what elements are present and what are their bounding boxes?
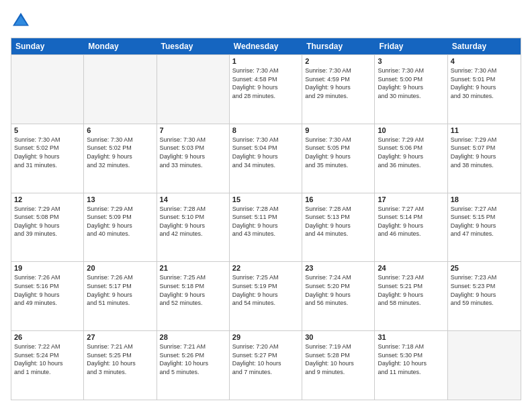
cal-cell: 20Sunrise: 7:26 AM Sunset: 5:17 PM Dayli… (84, 262, 157, 330)
cell-text: Sunrise: 7:30 AM Sunset: 5:03 PM Dayligh… (160, 136, 226, 169)
cal-cell: 27Sunrise: 7:21 AM Sunset: 5:25 PM Dayli… (84, 331, 157, 400)
cell-text: Sunrise: 7:29 AM Sunset: 5:08 PM Dayligh… (14, 205, 81, 238)
cal-cell: 30Sunrise: 7:19 AM Sunset: 5:28 PM Dayli… (302, 331, 375, 400)
cal-cell: 21Sunrise: 7:25 AM Sunset: 5:18 PM Dayli… (157, 262, 230, 330)
day-number: 3 (378, 57, 444, 65)
day-number: 7 (160, 126, 226, 134)
cal-cell: 3Sunrise: 7:30 AM Sunset: 5:00 PM Daylig… (375, 55, 447, 124)
day-number: 12 (14, 195, 81, 203)
day-number: 8 (232, 126, 299, 134)
cal-cell: 24Sunrise: 7:23 AM Sunset: 5:21 PM Dayli… (375, 262, 447, 330)
cell-text: Sunrise: 7:30 AM Sunset: 5:01 PM Dayligh… (451, 66, 518, 100)
cal-cell: 5Sunrise: 7:30 AM Sunset: 5:02 PM Daylig… (11, 124, 84, 193)
cal-cell: 16Sunrise: 7:28 AM Sunset: 5:13 PM Dayli… (302, 193, 375, 262)
cell-text: Sunrise: 7:28 AM Sunset: 5:13 PM Dayligh… (305, 205, 371, 238)
cell-text: Sunrise: 7:28 AM Sunset: 5:11 PM Dayligh… (232, 205, 299, 238)
cal-cell: 7Sunrise: 7:30 AM Sunset: 5:03 PM Daylig… (157, 124, 230, 193)
cal-header-cell: Wednesday (230, 38, 302, 54)
cell-text: Sunrise: 7:26 AM Sunset: 5:16 PM Dayligh… (14, 273, 81, 307)
day-number: 24 (378, 264, 444, 272)
cal-cell: 2Sunrise: 7:30 AM Sunset: 4:59 PM Daylig… (302, 55, 375, 124)
cal-cell: 29Sunrise: 7:20 AM Sunset: 5:27 PM Dayli… (230, 331, 302, 400)
day-number: 4 (451, 57, 518, 65)
cell-text: Sunrise: 7:24 AM Sunset: 5:20 PM Dayligh… (305, 273, 371, 307)
day-number: 10 (378, 126, 444, 134)
cal-row: 19Sunrise: 7:26 AM Sunset: 5:16 PM Dayli… (11, 261, 521, 330)
cal-row: 5Sunrise: 7:30 AM Sunset: 5:02 PM Daylig… (11, 124, 521, 193)
day-number: 20 (87, 264, 153, 272)
day-number: 11 (451, 126, 518, 134)
day-number: 26 (14, 333, 81, 341)
cal-header-cell: Sunday (11, 38, 84, 54)
day-number: 22 (232, 264, 299, 272)
cell-text: Sunrise: 7:27 AM Sunset: 5:15 PM Dayligh… (451, 205, 518, 238)
day-number: 19 (14, 264, 81, 272)
cell-text: Sunrise: 7:26 AM Sunset: 5:17 PM Dayligh… (87, 273, 153, 307)
day-number: 17 (378, 195, 444, 203)
logo-icon (11, 11, 31, 31)
cal-header-cell: Tuesday (157, 38, 230, 54)
cell-text: Sunrise: 7:23 AM Sunset: 5:21 PM Dayligh… (378, 273, 444, 307)
cal-cell: 26Sunrise: 7:22 AM Sunset: 5:24 PM Dayli… (11, 331, 84, 400)
cell-text: Sunrise: 7:30 AM Sunset: 5:00 PM Dayligh… (378, 66, 444, 100)
cell-text: Sunrise: 7:27 AM Sunset: 5:14 PM Dayligh… (378, 205, 444, 238)
cal-cell: 22Sunrise: 7:25 AM Sunset: 5:19 PM Dayli… (230, 262, 302, 330)
cal-cell: 4Sunrise: 7:30 AM Sunset: 5:01 PM Daylig… (448, 55, 521, 124)
cal-cell: 15Sunrise: 7:28 AM Sunset: 5:11 PM Dayli… (230, 193, 302, 262)
cal-cell: 13Sunrise: 7:29 AM Sunset: 5:09 PM Dayli… (84, 193, 157, 262)
cal-cell: 19Sunrise: 7:26 AM Sunset: 5:16 PM Dayli… (11, 262, 84, 330)
cell-text: Sunrise: 7:19 AM Sunset: 5:28 PM Dayligh… (305, 342, 371, 376)
day-number: 14 (160, 195, 226, 203)
cal-cell: 14Sunrise: 7:28 AM Sunset: 5:10 PM Dayli… (157, 193, 230, 262)
day-number: 28 (160, 333, 226, 341)
cell-text: Sunrise: 7:18 AM Sunset: 5:30 PM Dayligh… (378, 342, 444, 376)
cal-header-cell: Thursday (302, 38, 375, 54)
cal-cell (157, 55, 230, 124)
cal-cell: 17Sunrise: 7:27 AM Sunset: 5:14 PM Dayli… (375, 193, 447, 262)
day-number: 23 (305, 264, 371, 272)
cell-text: Sunrise: 7:29 AM Sunset: 5:07 PM Dayligh… (451, 136, 518, 169)
header (11, 11, 521, 31)
cell-text: Sunrise: 7:28 AM Sunset: 5:10 PM Dayligh… (160, 205, 226, 238)
day-number: 5 (14, 126, 81, 134)
day-number: 27 (87, 333, 153, 341)
cal-header-cell: Saturday (448, 38, 521, 54)
cal-cell: 23Sunrise: 7:24 AM Sunset: 5:20 PM Dayli… (302, 262, 375, 330)
cal-cell: 31Sunrise: 7:18 AM Sunset: 5:30 PM Dayli… (375, 331, 447, 400)
cell-text: Sunrise: 7:30 AM Sunset: 5:02 PM Dayligh… (14, 136, 81, 169)
day-number: 6 (87, 126, 153, 134)
cell-text: Sunrise: 7:21 AM Sunset: 5:25 PM Dayligh… (87, 342, 153, 376)
day-number: 16 (305, 195, 371, 203)
cal-header-cell: Monday (84, 38, 157, 54)
day-number: 25 (451, 264, 518, 272)
cal-cell (448, 331, 521, 400)
cal-cell: 6Sunrise: 7:30 AM Sunset: 5:02 PM Daylig… (84, 124, 157, 193)
cell-text: Sunrise: 7:29 AM Sunset: 5:09 PM Dayligh… (87, 205, 153, 238)
cell-text: Sunrise: 7:29 AM Sunset: 5:06 PM Dayligh… (378, 136, 444, 169)
day-number: 30 (305, 333, 371, 341)
cal-cell: 11Sunrise: 7:29 AM Sunset: 5:07 PM Dayli… (448, 124, 521, 193)
calendar: SundayMondayTuesdayWednesdayThursdayFrid… (11, 38, 521, 400)
day-number: 1 (232, 57, 299, 65)
cell-text: Sunrise: 7:30 AM Sunset: 5:02 PM Dayligh… (87, 136, 153, 169)
cell-text: Sunrise: 7:25 AM Sunset: 5:18 PM Dayligh… (160, 273, 226, 307)
cell-text: Sunrise: 7:25 AM Sunset: 5:19 PM Dayligh… (232, 273, 299, 307)
cal-cell: 9Sunrise: 7:30 AM Sunset: 5:05 PM Daylig… (302, 124, 375, 193)
cal-cell: 28Sunrise: 7:21 AM Sunset: 5:26 PM Dayli… (157, 331, 230, 400)
page: SundayMondayTuesdayWednesdayThursdayFrid… (0, 0, 532, 411)
calendar-header: SundayMondayTuesdayWednesdayThursdayFrid… (11, 38, 521, 54)
cell-text: Sunrise: 7:23 AM Sunset: 5:23 PM Dayligh… (451, 273, 518, 307)
cal-cell: 25Sunrise: 7:23 AM Sunset: 5:23 PM Dayli… (448, 262, 521, 330)
cal-cell: 12Sunrise: 7:29 AM Sunset: 5:08 PM Dayli… (11, 193, 84, 262)
day-number: 15 (232, 195, 299, 203)
cal-row: 26Sunrise: 7:22 AM Sunset: 5:24 PM Dayli… (11, 330, 521, 400)
cell-text: Sunrise: 7:21 AM Sunset: 5:26 PM Dayligh… (160, 342, 226, 376)
cell-text: Sunrise: 7:30 AM Sunset: 4:59 PM Dayligh… (305, 66, 371, 100)
cal-cell (11, 55, 84, 124)
cell-text: Sunrise: 7:30 AM Sunset: 5:05 PM Dayligh… (305, 136, 371, 169)
day-number: 9 (305, 126, 371, 134)
day-number: 21 (160, 264, 226, 272)
cell-text: Sunrise: 7:22 AM Sunset: 5:24 PM Dayligh… (14, 342, 81, 376)
day-number: 31 (378, 333, 444, 341)
cell-text: Sunrise: 7:30 AM Sunset: 4:58 PM Dayligh… (232, 66, 299, 100)
